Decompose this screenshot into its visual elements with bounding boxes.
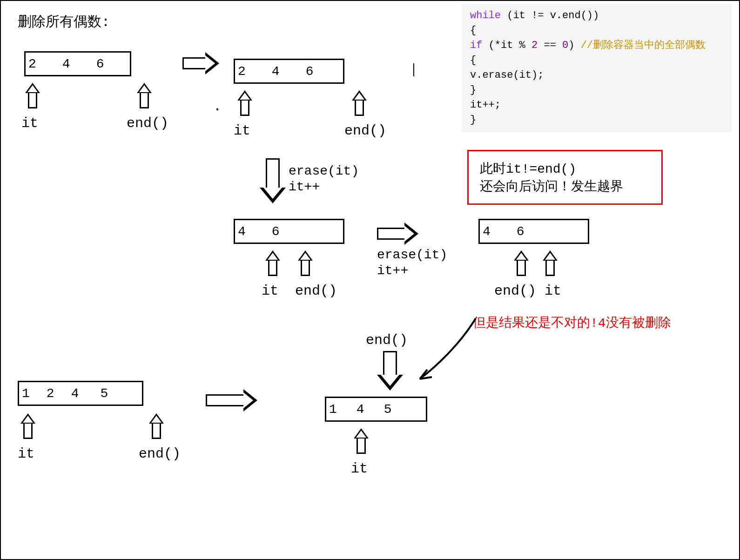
array-box-6: 1 4 5 <box>325 397 427 422</box>
up-arrow-icon <box>299 250 312 275</box>
code-line-6: } <box>470 83 723 98</box>
it-label: it <box>21 115 38 131</box>
up-arrow-icon <box>515 250 528 275</box>
up-arrow-icon <box>355 428 368 452</box>
array-box-1: 2 4 6 <box>24 51 131 76</box>
itpp-label: it++ <box>289 180 320 194</box>
code-line-1: while (it != v.end()) <box>470 8 723 23</box>
array-box-4: 4 6 <box>478 219 589 244</box>
end-it-label: end() it <box>494 283 561 299</box>
code-block: while (it != v.end()) { if (*it % 2 == 0… <box>462 4 732 132</box>
up-arrow-icon <box>150 413 163 438</box>
erase-label: erase(it) <box>289 164 359 178</box>
it-label: it <box>234 123 250 139</box>
up-arrow-icon <box>21 413 34 438</box>
code-line-7: it++; <box>470 98 723 113</box>
curved-arrow-icon <box>410 314 485 384</box>
end-label: end() <box>366 332 408 348</box>
code-line-4: { <box>470 53 723 68</box>
it-label: it <box>262 283 278 299</box>
erase-label: erase(it) <box>377 248 447 262</box>
it-label: it <box>351 461 368 477</box>
text-cursor <box>413 63 414 79</box>
array-box-5: 1 2 4 5 <box>18 381 143 406</box>
down-arrow-icon <box>377 351 403 391</box>
up-arrow-icon <box>138 83 151 107</box>
up-arrow-icon <box>353 90 366 115</box>
code-line-3: if (*it % 2 == 0) //删除容器当中的全部偶数 <box>470 38 723 53</box>
dot-mark: . <box>213 99 222 115</box>
array-box-3: 4 6 <box>234 219 344 244</box>
up-arrow-icon <box>544 250 557 275</box>
up-arrow-icon <box>26 83 39 107</box>
up-arrow-icon <box>238 90 251 115</box>
right-arrow-icon <box>377 223 418 245</box>
page-title: 删除所有偶数: <box>18 12 110 31</box>
code-line-2: { <box>470 23 723 38</box>
end-label: end() <box>295 283 337 299</box>
warning-box: 此时it!=end() 还会向后访问！发生越界 <box>467 150 663 205</box>
end-label: end() <box>344 123 386 139</box>
it-label: it <box>18 446 34 462</box>
end-label: end() <box>127 115 168 131</box>
end-label: end() <box>139 446 181 462</box>
diagram-canvas: 删除所有偶数: while (it != v.end()) { if (*it … <box>0 0 740 560</box>
array-box-2: 2 4 6 <box>234 59 344 84</box>
right-arrow-icon <box>182 52 219 74</box>
right-arrow-icon <box>206 389 257 412</box>
itpp-label: it++ <box>377 263 408 278</box>
down-arrow-icon <box>260 158 286 203</box>
code-line-5: v.erase(it); <box>470 68 723 83</box>
warning-line-2: 还会向后访问！发生越界 <box>480 177 650 195</box>
red-note: 但是结果还是不对的!4没有被删除 <box>473 314 671 331</box>
warning-line-1: 此时it!=end() <box>480 160 650 177</box>
up-arrow-icon <box>266 250 279 275</box>
code-line-8: } <box>470 113 723 128</box>
